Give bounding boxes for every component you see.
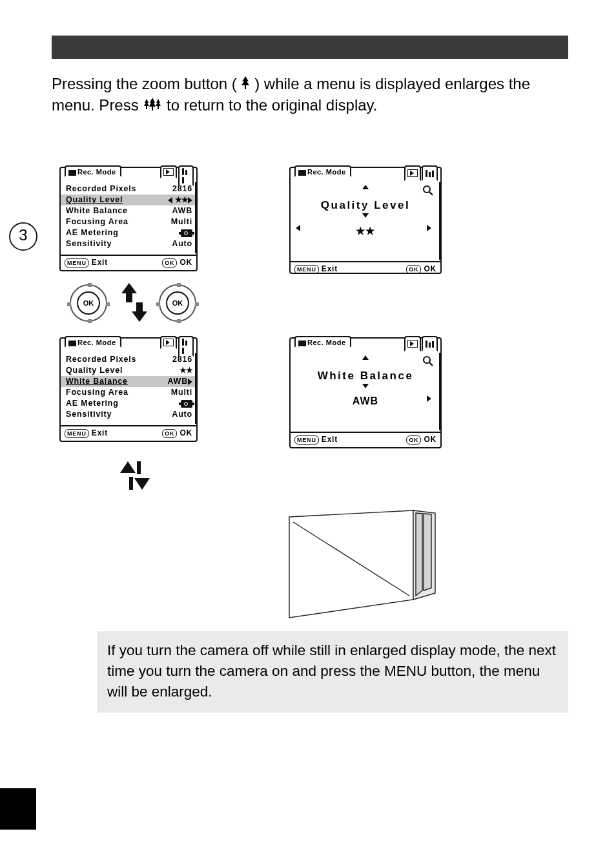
svg-point-2: [424, 186, 430, 193]
section-title-bar: [52, 36, 568, 59]
ok-pill: OK: [406, 265, 421, 274]
svg-rect-0: [137, 461, 141, 474]
play-icon: [163, 168, 174, 176]
ok-button-label: OK: [77, 291, 100, 315]
row-focusing-area: Focusing AreaMulti: [66, 216, 192, 227]
lcd-footer: MENU Exit OK OK: [61, 425, 196, 441]
elcd-body: Quality Level ★★: [291, 181, 440, 261]
zoom-in-tree-icon: [241, 76, 250, 89]
svg-rect-1: [129, 477, 133, 490]
right-arrow-icon: [427, 395, 431, 402]
down-arrow-icon: [362, 384, 369, 388]
lcd-enlarged-white-balance: Rec. Mode White Balance AWB MENU Exit OK…: [289, 337, 442, 448]
tab-setup: [422, 336, 438, 351]
tab-rec-mode: Rec. Mode: [65, 336, 121, 348]
sliders-icon: [425, 168, 435, 180]
svg-point-4: [424, 357, 430, 363]
menu-pill: MENU: [65, 429, 89, 438]
scrollbar: [195, 182, 198, 253]
up-down-arrows-icon: [116, 283, 152, 322]
tab-playback: [160, 165, 177, 178]
up-arrow-icon: [362, 355, 369, 360]
scrollbar: [439, 182, 442, 260]
camera-icon: [298, 341, 306, 346]
tab-playback: [404, 165, 421, 181]
lcd-left-top: Rec. Mode Recorded Pixels2816 Quality Le…: [59, 167, 198, 271]
lcd-footer: MENU Exit OK OK: [291, 432, 440, 447]
foot-exit: Exit: [92, 428, 108, 437]
lcd-tabs: Rec. Mode: [291, 168, 440, 181]
multi-metering-icon: [181, 400, 192, 408]
row-ae-metering: AE Metering: [66, 398, 192, 409]
row-white-balance: White BalanceAWB: [61, 376, 196, 387]
magnifier-icon: [422, 355, 434, 370]
tab-rec-label: Rec. Mode: [77, 168, 116, 176]
dial-diagram: OK OK: [70, 283, 200, 324]
magnifier-icon: [422, 185, 434, 199]
note-text: If you turn the camera off while still i…: [107, 642, 556, 700]
foot-exit: Exit: [322, 435, 338, 444]
lcd-body: Recorded Pixels2816 Quality Level ★★ Whi…: [61, 181, 196, 255]
foot-exit: Exit: [322, 264, 338, 273]
foot-ok: OK: [180, 428, 192, 437]
ok-pill: OK: [162, 258, 177, 267]
page: Pressing the zoom button ( ) while a men…: [0, 0, 616, 849]
play-icon: [407, 169, 418, 177]
row-sensitivity: SensitivityAuto: [66, 238, 192, 249]
lcd-body: Recorded Pixels2816 Quality Level★★ Whit…: [61, 351, 196, 425]
tab-rec-mode: Rec. Mode: [294, 165, 351, 177]
lcd-footer: MENU Exit OK OK: [291, 261, 440, 277]
scrollbar: [195, 353, 198, 424]
setting-title: White Balance: [296, 370, 435, 383]
dial-right: OK: [159, 284, 196, 322]
lcd-enlarged-quality: Rec. Mode Quality Level ★★ MENU Exit OK …: [289, 167, 442, 274]
tab-rec-mode: Rec. Mode: [65, 165, 121, 177]
play-icon: [163, 339, 174, 346]
tab-rec-mode: Rec. Mode: [294, 336, 351, 348]
sliders-icon: [425, 339, 435, 350]
ok-pill: OK: [162, 429, 177, 438]
menu-pill: MENU: [65, 258, 89, 267]
setting-value-row: ★★: [296, 225, 435, 237]
foot-ok: OK: [424, 435, 436, 444]
left-arrow-icon: [296, 225, 300, 231]
right-arrow-icon: [188, 379, 192, 385]
right-arrow-icon: [427, 225, 431, 231]
tab-playback: [404, 336, 421, 351]
svg-line-5: [429, 362, 433, 366]
multi-metering-icon: [181, 229, 192, 237]
svg-marker-8: [416, 513, 422, 596]
svg-marker-6: [289, 510, 413, 618]
setting-value-row: AWB: [296, 395, 435, 407]
camera-screen-illustration: [284, 509, 446, 619]
tab-rec-label: Rec. Mode: [77, 339, 116, 346]
row-recorded-pixels: Recorded Pixels2816: [66, 183, 192, 194]
tab-rec-label: Rec. Mode: [307, 339, 346, 346]
row-quality-level: Quality Level ★★: [61, 194, 196, 205]
menu-pill: MENU: [294, 265, 319, 274]
side-tab-mark: [0, 788, 36, 830]
tab-playback: [160, 336, 177, 349]
play-icon: [407, 340, 418, 348]
down-arrow-icon: [362, 213, 369, 218]
foot-ok: OK: [180, 258, 192, 267]
tab-setup: [422, 165, 438, 181]
row-focusing-area: Focusing AreaMulti: [66, 387, 192, 398]
setting-title: Quality Level: [296, 199, 435, 212]
stars: ★★: [175, 195, 188, 204]
tab-rec-label: Rec. Mode: [307, 168, 346, 176]
menu-pill: MENU: [294, 435, 319, 445]
scrollbar: [439, 353, 442, 430]
foot-ok: OK: [424, 264, 436, 273]
zoom-out-trees-icon: [143, 98, 162, 110]
ok-button-label: OK: [166, 291, 189, 315]
intro-a: Pressing the zoom button (: [52, 75, 241, 92]
lcd-tabs: Rec. Mode: [291, 339, 440, 351]
camera-icon: [68, 341, 76, 346]
note-box: If you turn the camera off while still i…: [97, 631, 568, 713]
dial-left: OK: [70, 284, 107, 322]
left-arrow-icon: [168, 197, 172, 204]
up-down-small-arrows-icon: [120, 457, 151, 494]
camera-icon: [298, 170, 306, 176]
row-recorded-pixels: Recorded Pixels2816: [66, 354, 192, 365]
